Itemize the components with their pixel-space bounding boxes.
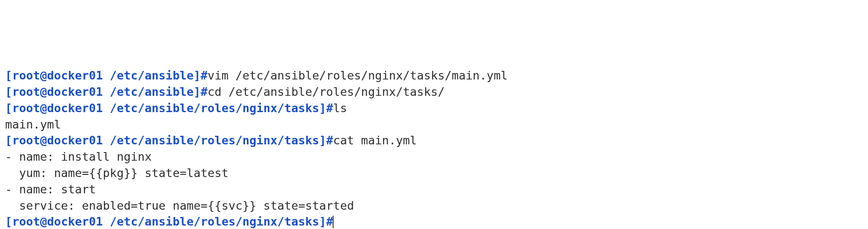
shell-prompt: [root@docker01 /etc/ansible]# <box>5 69 207 82</box>
cursor-icon <box>333 216 334 229</box>
terminal-line-2: [root@docker01 /etc/ansible]#cd /etc/ans… <box>5 84 863 100</box>
terminal-output-line: service: enabled=true name={{svc}} state… <box>5 198 863 214</box>
terminal-output-line: main.yml <box>5 116 863 133</box>
terminal-line-1: [root@docker01 /etc/ansible]#vim /etc/an… <box>5 67 863 84</box>
terminal-line-10[interactable]: [root@docker01 /etc/ansible/roles/nginx/… <box>5 214 863 229</box>
command-text: ls <box>333 101 347 115</box>
terminal-line-5: [root@docker01 /etc/ansible/roles/nginx/… <box>5 132 863 149</box>
shell-prompt: [root@docker01 /etc/ansible/roles/nginx/… <box>5 134 333 147</box>
terminal-output-line: yum: name={{pkg}} state=latest <box>5 165 863 181</box>
command-text: vim /etc/ansible/roles/nginx/tasks/main.… <box>207 69 507 82</box>
shell-prompt: [root@docker01 /etc/ansible]# <box>5 85 207 98</box>
command-text: cd /etc/ansible/roles/nginx/tasks/ <box>207 85 445 98</box>
terminal-output-line: - name: install nginx <box>5 149 863 165</box>
shell-prompt: [root@docker01 /etc/ansible/roles/nginx/… <box>5 101 333 115</box>
terminal-output-line: - name: start <box>5 181 863 198</box>
command-text: cat main.yml <box>333 134 417 147</box>
shell-prompt: [root@docker01 /etc/ansible/roles/nginx/… <box>5 215 333 228</box>
terminal-line-3: [root@docker01 /etc/ansible/roles/nginx/… <box>5 100 863 116</box>
